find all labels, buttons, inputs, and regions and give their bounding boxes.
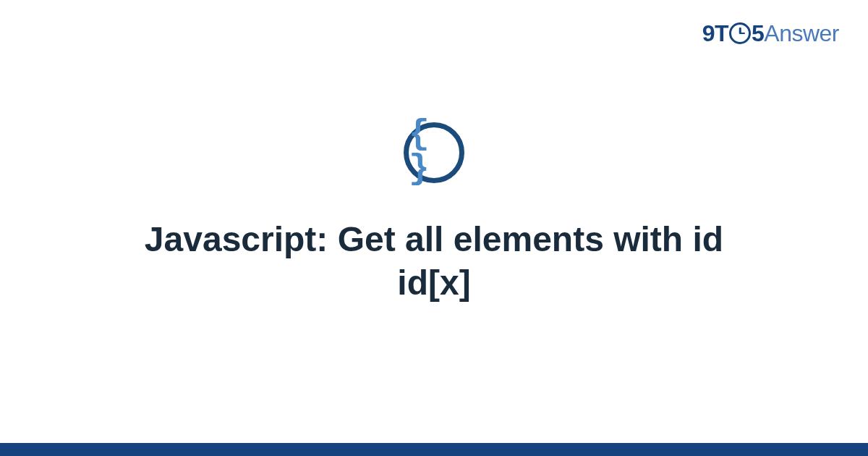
page-title: Javascript: Get all elements with id id[…: [80, 218, 788, 305]
code-braces-icon: { }: [404, 122, 464, 183]
bottom-accent-bar: [0, 443, 868, 456]
braces-glyph: { }: [409, 117, 459, 186]
main-content: { } Javascript: Get all elements with id…: [0, 0, 868, 456]
